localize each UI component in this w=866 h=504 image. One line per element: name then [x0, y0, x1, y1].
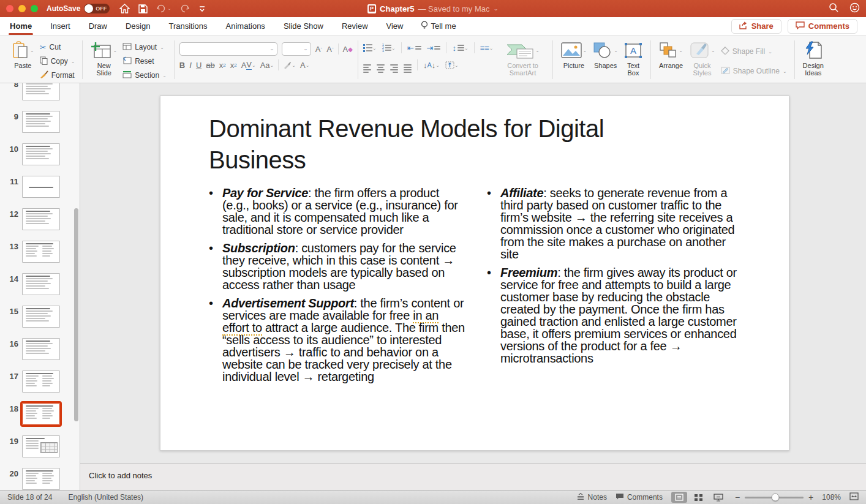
notes-toggle-button[interactable]: Notes	[576, 493, 607, 502]
thumbnail-slide-18[interactable]: 18	[0, 398, 80, 431]
font-color-button[interactable]: A⌄	[300, 61, 309, 70]
copy-button[interactable]: Copy⌄	[37, 55, 78, 67]
bullets-button[interactable]: ⌄	[363, 44, 377, 52]
cut-button[interactable]: ✂Cut	[37, 41, 78, 53]
close-window-button[interactable]	[6, 5, 13, 12]
autosave-toggle[interactable]: OFF	[84, 4, 110, 13]
tab-review[interactable]: Review	[341, 18, 369, 34]
justify-button[interactable]	[404, 57, 412, 73]
design-ideas-button[interactable]: Design Ideas	[800, 39, 827, 77]
character-spacing-button[interactable]: AV⌄	[241, 60, 256, 70]
text-box-button[interactable]: A Text Box	[621, 39, 646, 77]
slide-indicator[interactable]: Slide 18 of 24	[7, 493, 52, 502]
thumbnail-slide-9[interactable]: 9	[0, 106, 80, 138]
quick-styles-button[interactable]: ⌄ Quick Styles	[686, 39, 718, 77]
share-button[interactable]: Share	[731, 19, 781, 34]
reset-button[interactable]: Reset	[120, 55, 169, 67]
arrange-button[interactable]: ⌄ Arrange	[656, 39, 686, 70]
tab-slide-show[interactable]: Slide Show	[282, 18, 325, 34]
thumbnail-slide-13[interactable]: 13	[0, 236, 80, 268]
thumbnail-preview[interactable]	[22, 208, 60, 230]
comments-toggle-button[interactable]: Comments	[616, 493, 663, 502]
tab-tell-me[interactable]: Tell me	[421, 21, 456, 32]
thumbnail-slide-15[interactable]: 15	[0, 301, 80, 333]
clear-formatting-button[interactable]: A◆	[343, 45, 353, 54]
text-direction-button[interactable]: ↓A↓⌄	[423, 61, 440, 70]
slide-body[interactable]: •Pay for Service: the firm offers a prod…	[209, 187, 743, 389]
zoom-window-button[interactable]	[31, 5, 38, 12]
paste-button[interactable]: ⌄ Paste	[9, 39, 37, 70]
search-icon[interactable]	[829, 2, 838, 15]
zoom-slider[interactable]	[745, 497, 804, 498]
thumbnail-preview[interactable]	[22, 435, 60, 457]
thumbnail-slide-10[interactable]: 10	[0, 138, 80, 171]
section-button[interactable]: Section⌄	[120, 69, 169, 81]
slideshow-view-button[interactable]	[710, 492, 726, 503]
thumbnail-slide-14[interactable]: 14	[0, 268, 80, 301]
underline-button[interactable]: U	[196, 61, 201, 70]
thumbnail-preview[interactable]	[22, 111, 60, 133]
tab-transitions[interactable]: Transitions	[167, 18, 208, 34]
convert-to-smartart-button[interactable]: ⌄ Convert to SmartArt	[499, 39, 548, 77]
font-name-combobox[interactable]: ⌄	[179, 42, 277, 56]
italic-button[interactable]: I	[189, 61, 192, 70]
font-size-combobox[interactable]: ⌄	[282, 42, 311, 56]
line-spacing-button[interactable]: ↕⌄	[452, 43, 468, 53]
save-icon[interactable]	[138, 4, 148, 13]
slide-canvas[interactable]: Dominant Revenue Models for Digital Busi…	[160, 96, 789, 451]
thumbnail-preview[interactable]	[22, 241, 60, 263]
thumbnail-slide-20[interactable]: 20	[0, 463, 80, 490]
undo-icon[interactable]: ⌄	[156, 4, 171, 13]
thumbnail-preview[interactable]	[22, 468, 60, 490]
strikethrough-button[interactable]: ab	[206, 61, 214, 70]
document-title[interactable]: P Chapter5 — Saved to my Mac ⌄	[367, 4, 499, 13]
zoom-slider-knob[interactable]	[772, 494, 780, 502]
bold-button[interactable]: B	[179, 61, 185, 70]
tab-animations[interactable]: Animations	[225, 18, 266, 34]
slide-column-right[interactable]: •Affiliate: seeks to generate revenue fr…	[487, 187, 743, 389]
shape-outline-button[interactable]: Shape Outline⌄	[718, 65, 789, 77]
change-case-button[interactable]: Aa⌄	[260, 61, 274, 70]
redo-icon[interactable]	[180, 4, 190, 13]
tab-home[interactable]: Home	[9, 18, 33, 34]
tab-design[interactable]: Design	[124, 18, 151, 34]
increase-indent-button[interactable]: ⇥	[427, 43, 441, 53]
thumbnail-slide-17[interactable]: 17	[0, 366, 80, 398]
thumbnail-slide-16[interactable]: 16	[0, 333, 80, 366]
thumbnail-preview[interactable]	[22, 338, 60, 360]
format-painter-button[interactable]: Format	[37, 69, 78, 81]
normal-view-button[interactable]	[671, 492, 687, 503]
align-left-button[interactable]	[363, 57, 371, 73]
home-icon[interactable]	[119, 4, 130, 13]
fit-slide-to-window-button[interactable]	[849, 492, 859, 502]
thumbnail-slide-11[interactable]: 11	[0, 171, 80, 203]
thumbnail-slide-8[interactable]: 8	[0, 83, 80, 106]
language-indicator[interactable]: English (United States)	[68, 493, 143, 502]
thumbnail-slide-12[interactable]: 12	[0, 203, 80, 236]
customize-quick-access-icon[interactable]	[198, 5, 206, 12]
thumbnail-preview[interactable]	[22, 83, 60, 100]
thumbnail-preview[interactable]	[22, 176, 60, 198]
superscript-button[interactable]: x2	[219, 61, 226, 70]
slide-column-left[interactable]: •Pay for Service: the firm offers a prod…	[209, 187, 465, 389]
align-right-button[interactable]	[390, 57, 398, 73]
zoom-in-button[interactable]: +	[808, 492, 813, 502]
layout-button[interactable]: Layout⌄	[120, 41, 169, 53]
decrease-font-size-button[interactable]: Aˇ	[326, 45, 333, 54]
numbering-button[interactable]: 123⌄	[382, 43, 396, 52]
tab-insert[interactable]: Insert	[49, 18, 72, 34]
slide-sorter-view-button[interactable]	[691, 492, 707, 503]
thumbnail-scrollbar[interactable]	[74, 208, 78, 421]
subscript-button[interactable]: x2	[230, 61, 237, 70]
decrease-indent-button[interactable]: ⇤	[407, 43, 421, 53]
tab-view[interactable]: View	[385, 18, 405, 34]
minimize-window-button[interactable]	[18, 5, 26, 12]
tab-draw[interactable]: Draw	[88, 18, 108, 34]
thumbnail-preview[interactable]	[22, 370, 60, 393]
thumbnail-preview[interactable]	[22, 143, 60, 165]
align-center-button[interactable]	[377, 57, 385, 73]
notes-pane[interactable]: Click to add notes	[80, 463, 866, 490]
shape-fill-button[interactable]: Shape Fill⌄	[718, 45, 789, 58]
vertical-align-button[interactable]: ⌄	[445, 61, 459, 69]
picture-button[interactable]: ⌄ Picture	[558, 39, 590, 70]
